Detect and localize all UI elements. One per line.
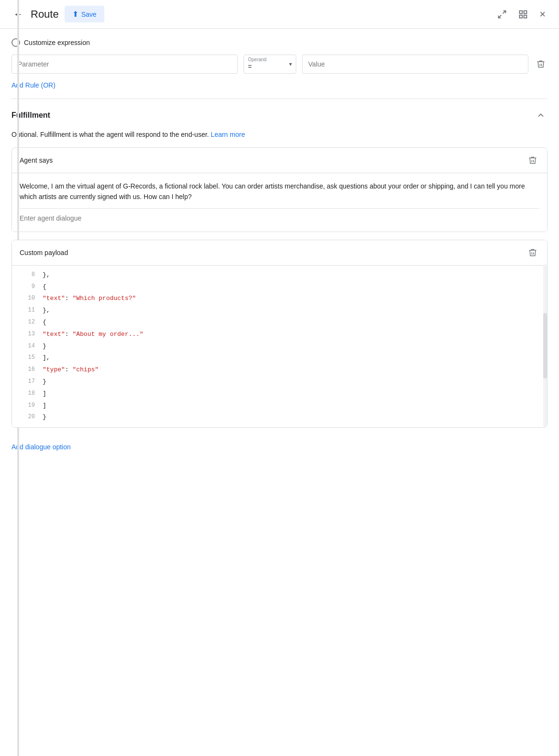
code-content: { [43,318,46,328]
scrollbar-track [543,264,547,427]
code-content: ] [43,401,46,411]
line-number: 13 [20,330,35,339]
header: ← Route ⬆ Save × [0,0,559,29]
page-title: Route [31,8,59,21]
line-number: 11 [20,306,35,315]
svg-rect-3 [524,11,527,13]
code-content: "text": "About my order..." [43,330,144,340]
dialogue-input[interactable] [20,208,539,224]
learn-more-link[interactable]: Learn more [211,131,245,138]
delete-payload-button[interactable] [526,246,539,259]
save-button[interactable]: ⬆ Save [65,6,104,22]
code-key: "type" [43,366,65,373]
customize-expression-row: Customize expression [11,38,548,47]
code-line: 20} [12,411,547,423]
code-content: } [43,342,46,352]
code-line: 10 "text": "Which products?" [12,293,547,305]
code-line: 8 }, [12,269,547,281]
code-line: 11 }, [12,305,547,317]
code-line: 18 ] [12,388,547,400]
code-punctuation: : [65,366,73,373]
collapse-button[interactable] [534,109,548,122]
line-number: 15 [20,353,35,362]
line-number: 19 [20,401,35,410]
code-string-value: "Which products?" [72,295,136,302]
line-number: 17 [20,377,35,386]
svg-rect-4 [524,15,527,18]
fulfillment-section: Fulfillment Optional. Fulfillment is wha… [11,99,548,464]
close-button[interactable]: × [537,6,548,22]
code-line: 13 "text": "About my order..." [12,329,547,341]
code-key: "text" [43,295,65,302]
svg-line-1 [499,15,502,18]
code-content: "type": "chips" [43,365,99,375]
line-number: 16 [20,365,35,374]
line-number: 9 [20,282,35,291]
code-line: 14 } [12,341,547,353]
code-content: }, [43,270,50,280]
custom-payload-header: Custom payload [12,240,547,266]
code-content: { [43,282,46,292]
line-number: 14 [20,342,35,351]
operand-value: = [248,63,252,70]
code-content: }, [43,306,50,316]
content: Customize expression Operand = ▾ Add Rul… [0,29,559,464]
header-left: ← Route ⬆ Save [11,6,490,22]
fulfillment-header: Fulfillment [11,109,548,122]
condition-section: Customize expression Operand = ▾ Add Rul… [11,29,548,99]
svg-line-0 [503,11,506,13]
operand-arrow-icon: ▾ [289,61,292,67]
code-key: "text" [43,331,65,338]
parameter-input[interactable] [11,55,238,74]
delete-agent-says-button[interactable] [526,154,539,167]
svg-rect-5 [520,15,523,18]
operand-label: Operand [248,57,267,62]
line-number: 10 [20,294,35,303]
line-number: 20 [20,412,35,422]
agent-says-card: Agent says Welcome, I am the virtual age… [11,147,548,232]
rule-row: Operand = ▾ [11,55,548,74]
save-label: Save [81,11,97,18]
custom-payload-card: Custom payload 8 },9 {10 "text": "Which … [11,240,548,428]
code-content: } [43,412,46,422]
agent-says-title: Agent says [20,156,53,164]
code-line: 19 ] [12,400,547,412]
line-number: 18 [20,389,35,398]
code-content: ], [43,353,50,363]
operand-select[interactable]: Operand = ▾ [244,55,296,74]
code-editor[interactable]: 8 },9 {10 "text": "Which products?"11 },… [12,266,547,427]
scrollbar-thumb [543,313,547,378]
code-line: 12 { [12,317,547,329]
agent-says-body: Welcome, I am the virtual agent of G-Rec… [12,173,547,232]
customize-label: Customize expression [24,39,90,46]
custom-payload-title: Custom payload [20,249,68,256]
code-content: ] [43,389,46,399]
add-dialogue-button[interactable]: Add dialogue option [11,439,71,455]
code-line: 17 } [12,376,547,388]
code-content: } [43,377,46,387]
save-icon: ⬆ [72,10,78,19]
delete-rule-button[interactable] [534,57,548,71]
svg-rect-2 [520,11,523,13]
agent-says-card-header: Agent says [12,148,547,173]
expand-button[interactable] [495,8,509,21]
line-number: 12 [20,318,35,327]
code-string-value: "chips" [72,366,99,373]
fulfillment-description: Optional. Fulfillment is what the agent … [11,130,548,140]
line-number: 8 [20,270,35,279]
code-string-value: "About my order..." [72,331,143,338]
code-line: 9 { [12,281,547,293]
fullscreen-button[interactable] [516,8,530,21]
code-content: "text": "Which products?" [43,294,136,304]
code-line: 15 ], [12,352,547,364]
code-punctuation: : [65,295,73,302]
agent-says-text: Welcome, I am the virtual agent of G-Rec… [20,181,539,202]
value-input[interactable] [302,55,528,74]
code-line: 16 "type": "chips" [12,364,547,376]
header-actions: × [495,6,548,22]
code-punctuation: : [65,331,73,338]
